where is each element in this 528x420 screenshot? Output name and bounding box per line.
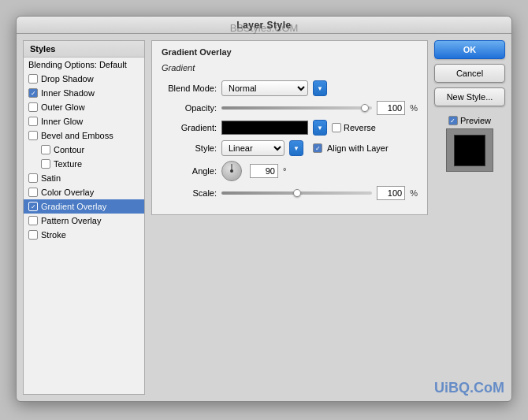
titlebar: Layer Style [17, 17, 511, 34]
opacity-unit: % [410, 103, 418, 113]
color-overlay-checkbox[interactable] [28, 188, 38, 197]
color-overlay-label: Color Overlay [41, 188, 94, 197]
layer-style-window: Layer Style Styles Blending Options: Def… [16, 16, 512, 402]
angle-row: Angle: 90 ° [162, 161, 418, 181]
opacity-slider-thumb[interactable] [361, 104, 369, 112]
opacity-slider-container [221, 106, 372, 110]
style-select[interactable]: Linear Radial Angle Reflected Diamond [221, 140, 284, 156]
preview-checkbox[interactable] [448, 116, 458, 125]
new-style-button[interactable]: New Style... [434, 87, 505, 106]
inner-shadow-label: Inner Shadow [41, 88, 95, 98]
reverse-container: Reverse [332, 123, 376, 132]
sidebar-item-blending[interactable]: Blending Options: Default [24, 58, 144, 72]
inner-shadow-checkbox[interactable] [28, 88, 38, 98]
gradient-overlay-checkbox[interactable] [28, 202, 38, 211]
blend-mode-row: Blend Mode: Normal Multiply Screen ▼ [162, 80, 418, 96]
outer-glow-checkbox[interactable] [28, 102, 38, 112]
outer-glow-label: Outer Glow [41, 102, 85, 112]
sidebar-item-stroke[interactable]: Stroke [24, 228, 144, 242]
main-panel: Gradient Overlay Gradient Blend Mode: No… [151, 40, 428, 395]
preview-section: Preview [434, 116, 505, 172]
inner-glow-checkbox[interactable] [28, 117, 38, 126]
sidebar-item-contour[interactable]: Contour [24, 143, 144, 157]
bevel-emboss-checkbox[interactable] [28, 131, 38, 140]
scale-slider-container [221, 191, 372, 195]
angle-unit: ° [283, 166, 286, 176]
bevel-emboss-label: Bevel and Emboss [41, 131, 113, 140]
texture-checkbox[interactable] [41, 159, 50, 169]
sidebar-item-drop-shadow[interactable]: Drop Shadow [24, 72, 144, 86]
gradient-swatch[interactable] [221, 121, 308, 135]
sidebar-item-inner-glow[interactable]: Inner Glow [24, 114, 144, 128]
gradient-label: Gradient: [162, 123, 217, 132]
satin-checkbox[interactable] [28, 173, 38, 183]
angle-dial[interactable] [221, 161, 242, 181]
reverse-checkbox[interactable] [332, 123, 341, 132]
scale-unit: % [410, 188, 418, 198]
style-row: Style: Linear Radial Angle Reflected Dia… [162, 140, 418, 156]
sidebar-item-texture[interactable]: Texture [24, 157, 144, 171]
ok-button[interactable]: OK [434, 40, 505, 59]
blend-mode-arrow[interactable]: ▼ [313, 80, 327, 96]
blend-mode-select[interactable]: Normal Multiply Screen [221, 80, 308, 96]
blending-options-label: Blending Options: Default [28, 60, 127, 69]
scale-row: Scale: 100 % [162, 186, 418, 200]
align-with-layer-checkbox[interactable] [313, 143, 322, 153]
opacity-slider-track[interactable] [221, 106, 372, 110]
angle-dial-dot [230, 169, 233, 173]
satin-label: Satin [41, 173, 61, 183]
drop-shadow-label: Drop Shadow [41, 74, 94, 84]
cancel-button[interactable]: Cancel [434, 64, 505, 83]
preview-label-container: Preview [448, 116, 491, 125]
preview-inner [454, 135, 485, 166]
gradient-section-title: Gradient [162, 63, 418, 72]
gradient-overlay-label: Gradient Overlay [41, 202, 106, 211]
sidebar-item-outer-glow[interactable]: Outer Glow [24, 100, 144, 114]
panel-group-title: Gradient Overlay [162, 47, 418, 57]
pattern-overlay-label: Pattern Overlay [41, 216, 101, 225]
stroke-checkbox[interactable] [28, 230, 38, 240]
scale-label: Scale: [162, 188, 217, 198]
scale-slider-thumb[interactable] [293, 189, 301, 197]
contour-checkbox[interactable] [41, 145, 50, 154]
contour-label: Contour [54, 145, 84, 154]
opacity-label: Opacity: [162, 103, 217, 113]
align-with-layer-label: Align with Layer [327, 143, 389, 153]
sidebar-item-bevel-emboss[interactable]: Bevel and Emboss [24, 128, 144, 143]
watermark-bottom: UiBQ.CoM [434, 380, 504, 396]
scale-slider-track[interactable] [221, 191, 372, 195]
opacity-input[interactable]: 100 [377, 101, 405, 115]
scale-input[interactable]: 100 [377, 186, 405, 200]
sidebar-item-pattern-overlay[interactable]: Pattern Overlay [24, 214, 144, 228]
sidebar-item-inner-shadow[interactable]: Inner Shadow [24, 86, 144, 100]
angle-input[interactable]: 90 [250, 164, 278, 178]
window-title: Layer Style [236, 20, 292, 31]
gradient-overlay-panel: Gradient Overlay Gradient Blend Mode: No… [151, 40, 428, 215]
preview-label: Preview [460, 116, 491, 125]
pattern-overlay-checkbox[interactable] [28, 216, 38, 225]
right-panel: OK Cancel New Style... Preview [434, 40, 505, 395]
sidebar: Styles Blending Options: Default Drop Sh… [23, 40, 145, 395]
gradient-row: Gradient: ▼ Reverse [162, 120, 418, 136]
angle-label: Angle: [162, 166, 217, 176]
gradient-arrow[interactable]: ▼ [313, 120, 327, 136]
blend-mode-label: Blend Mode: [162, 84, 217, 93]
opacity-row: Opacity: 100 % [162, 101, 418, 115]
sidebar-item-color-overlay[interactable]: Color Overlay [24, 185, 144, 199]
sidebar-item-satin[interactable]: Satin [24, 171, 144, 185]
inner-glow-label: Inner Glow [41, 117, 83, 126]
stroke-label: Stroke [41, 230, 66, 240]
drop-shadow-checkbox[interactable] [28, 74, 38, 84]
sidebar-item-gradient-overlay[interactable]: Gradient Overlay [24, 199, 144, 214]
style-arrow[interactable]: ▼ [289, 140, 303, 156]
preview-box [446, 128, 493, 172]
sidebar-header: Styles [24, 41, 144, 58]
texture-label: Texture [54, 159, 82, 169]
style-label: Style: [162, 143, 217, 153]
reverse-label: Reverse [344, 123, 376, 132]
